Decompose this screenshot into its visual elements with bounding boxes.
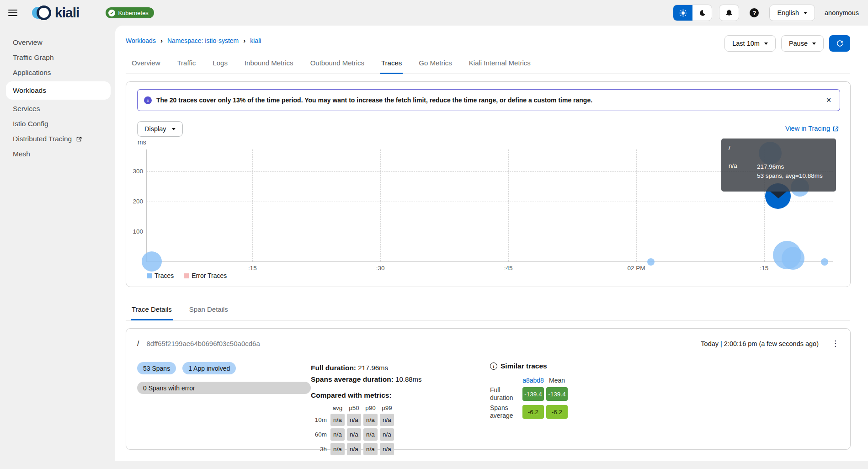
tab-inbound-metrics[interactable]: Inbound Metrics xyxy=(244,59,294,74)
tab-overview[interactable]: Overview xyxy=(131,59,161,74)
kebab-menu-icon[interactable]: ⋮ xyxy=(831,339,839,348)
tab-span-details[interactable]: Span Details xyxy=(188,305,229,320)
view-in-tracing-link[interactable]: View in Tracing xyxy=(785,125,839,132)
sidebar-item-distributed-tracing[interactable]: Distributed Tracing xyxy=(0,131,115,146)
chevron-right-icon: › xyxy=(243,37,245,44)
breadcrumb-link[interactable]: Namespace: istio-system xyxy=(167,37,239,44)
alert-message: The 20 traces cover only 13% of the time… xyxy=(156,96,592,104)
metric-cell: n/a xyxy=(380,443,394,455)
notifications-button[interactable] xyxy=(719,5,739,21)
kiali-logo: kiali xyxy=(30,3,79,23)
compared-heading: Compared with metrics: xyxy=(311,391,490,400)
column-header: p50 xyxy=(347,405,361,411)
metric-cell: n/a xyxy=(330,428,345,441)
gridline-horizontal xyxy=(147,232,833,232)
refresh-interval-dropdown[interactable]: Pause xyxy=(781,35,824,52)
tab-outbound-metrics[interactable]: Outbound Metrics xyxy=(309,59,365,74)
main-content: Workloads›Namespace: istio-system›kiali … xyxy=(115,26,868,461)
tab-traffic[interactable]: Traffic xyxy=(176,59,197,74)
gridline-vertical xyxy=(380,149,381,261)
sidebar-item-label: Traffic Graph xyxy=(13,53,54,62)
legend-item: Traces xyxy=(147,272,174,279)
metric-cell: n/a xyxy=(330,414,345,426)
external-link-icon xyxy=(76,136,82,142)
sidebar-item-traffic-graph[interactable]: Traffic Graph xyxy=(0,50,115,65)
close-icon[interactable]: ✕ xyxy=(826,96,831,104)
traces-scatter-chart: ms / n/a 217.96ms 53 spans, avg=10.88ms … xyxy=(146,149,833,262)
sidebar-item-services[interactable]: Services xyxy=(0,101,115,116)
similar-table: a8abd8MeanFull duration-139.4-139.4Spans… xyxy=(490,377,839,420)
sidebar: OverviewTraffic GraphApplicationsWorkloa… xyxy=(0,26,115,469)
language-dropdown[interactable]: English xyxy=(769,5,815,21)
sidebar-item-label: Workloads xyxy=(13,86,46,95)
status-badge: 53 Spans xyxy=(137,362,176,374)
workload-tabs: OverviewTrafficLogsInbound MetricsOutbou… xyxy=(126,59,850,74)
refresh-button[interactable] xyxy=(829,35,850,52)
x-axis-tick-label: :15 xyxy=(248,265,257,272)
hamburger-menu-icon[interactable] xyxy=(8,8,17,18)
trace-timestamp: Today | 2:00:16 pm (a few seconds ago) xyxy=(701,340,819,347)
masthead-controls: ? English anonymous xyxy=(673,5,859,21)
trace-point[interactable] xyxy=(782,247,804,270)
column-header: p90 xyxy=(363,405,378,411)
spans-avg-label: Spans average duration: xyxy=(311,375,394,383)
external-link-icon xyxy=(832,125,839,132)
kiali-app: kiali ✔ Kubernetes xyxy=(0,0,868,469)
metric-cell: n/a xyxy=(363,443,378,455)
sidebar-item-label: Mesh xyxy=(13,150,30,158)
tab-traces[interactable]: Traces xyxy=(380,59,403,74)
trace-point[interactable] xyxy=(142,251,162,272)
tab-kiali-internal-metrics[interactable]: Kiali Internal Metrics xyxy=(468,59,532,74)
chart-legend: TracesError Traces xyxy=(147,272,227,279)
sidebar-item-istio-config[interactable]: Istio Config xyxy=(0,116,115,131)
metric-cell: n/a xyxy=(330,443,345,455)
tooltip-title: / xyxy=(729,144,829,151)
y-axis-tick-label: 200 xyxy=(128,198,143,205)
trace-point[interactable] xyxy=(647,258,655,266)
help-icon[interactable]: ? xyxy=(750,8,759,17)
sidebar-item-applications[interactable]: Applications xyxy=(0,65,115,80)
time-range-dropdown[interactable]: Last 10m xyxy=(724,35,776,52)
sidebar-item-workloads[interactable]: Workloads xyxy=(6,81,111,100)
y-axis-unit-label: ms xyxy=(138,139,146,146)
metric-cell: n/a xyxy=(347,414,361,426)
check-icon: ✔ xyxy=(108,10,115,16)
dark-theme-button[interactable] xyxy=(692,5,712,21)
sidebar-item-overview[interactable]: Overview xyxy=(0,35,115,50)
tab-go-metrics[interactable]: Go Metrics xyxy=(418,59,453,74)
sidebar-item-label: Istio Config xyxy=(13,120,48,128)
chevron-down-icon xyxy=(172,128,176,132)
tab-trace-details[interactable]: Trace Details xyxy=(131,305,173,320)
kubernetes-badge-label: Kubernetes xyxy=(118,10,149,16)
comparison-cell: -6.2 xyxy=(522,405,544,419)
legend-label: Error Traces xyxy=(192,272,227,279)
sidebar-item-label: Distributed Tracing xyxy=(13,135,72,143)
masthead: kiali ✔ Kubernetes xyxy=(0,0,868,26)
legend-item: Error Traces xyxy=(184,272,227,279)
similar-trace-link[interactable]: a8abd8 xyxy=(522,377,544,384)
moon-icon xyxy=(699,10,706,16)
metric-cell: n/a xyxy=(380,428,394,441)
display-dropdown[interactable]: Display xyxy=(137,121,183,137)
breadcrumb-link[interactable]: Workloads xyxy=(126,37,156,44)
trace-point[interactable] xyxy=(821,258,828,266)
comparison-cell: -139.4 xyxy=(522,387,544,401)
gridline-vertical xyxy=(508,149,509,261)
sidebar-item-mesh[interactable]: Mesh xyxy=(0,146,115,161)
compared-table: avgp50p90p9910mn/an/an/an/a60mn/an/an/an… xyxy=(311,405,490,455)
info-alert: i The 20 traces cover only 13% of the ti… xyxy=(137,89,840,111)
y-axis-tick-label: 300 xyxy=(128,168,143,175)
row-label: 3h xyxy=(311,446,328,453)
full-duration-label: Full duration: xyxy=(311,364,356,372)
breadcrumb-link[interactable]: kiali xyxy=(250,37,261,44)
sidebar-item-label: Applications xyxy=(13,69,51,77)
kubernetes-badge: ✔ Kubernetes xyxy=(106,7,154,18)
light-theme-button[interactable] xyxy=(673,5,692,21)
tooltip-spans: 53 spans, avg=10.88ms xyxy=(757,171,823,181)
sidebar-item-label: Overview xyxy=(13,38,43,47)
tab-logs[interactable]: Logs xyxy=(212,59,229,74)
tooltip-status: n/a xyxy=(729,162,757,181)
similar-traces: i Similar traces a8abd8MeanFull duration… xyxy=(490,362,839,455)
full-duration-value: 217.96ms xyxy=(358,364,388,372)
spans-avg-value: 10.88ms xyxy=(395,375,422,383)
